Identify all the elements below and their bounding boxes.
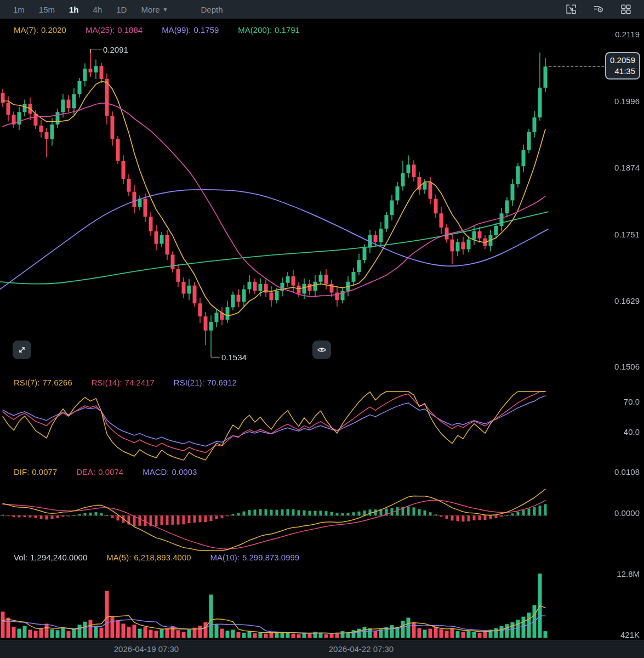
- vol-ma10-indicator: MA(10):5,299,873.0999: [210, 553, 303, 562]
- timeframe-tab-1m[interactable]: 1m: [13, 5, 25, 14]
- last-price-value: 0.2059: [610, 55, 635, 66]
- depth-tab[interactable]: Depth: [201, 5, 223, 14]
- toolbar-icon-group: [565, 3, 644, 15]
- rsi7-indicator: RSI(7):77.6266: [14, 378, 75, 387]
- vol-ma5-indicator: MA(5):6,218,893.4000: [106, 553, 193, 562]
- chart-toolbar: 1m 15m 1h 4h 1D More ▼ Depth: [0, 0, 644, 19]
- expand-button[interactable]: [13, 341, 31, 359]
- volume-axis-label: 12.8M: [617, 569, 640, 578]
- rsi-axis-label: 40.0: [624, 427, 640, 436]
- volume-axis-label: 421K: [620, 630, 640, 639]
- timeframe-tabs: 1m 15m 1h 4h 1D More ▼ Depth: [0, 5, 223, 14]
- trading-chart-screen: 1m 15m 1h 4h 1D More ▼ Depth: [0, 0, 644, 658]
- macd-indicator-row: DIF:0.0077 DEA:0.0074 MACD:0.0003: [14, 467, 200, 477]
- low-annotation: 0.1534: [221, 353, 247, 362]
- volume-indicator-row: Vol:1,294,240.0000 MA(5):6,218,893.4000 …: [14, 553, 302, 562]
- macd-indicator: MACD:0.0003: [143, 467, 200, 477]
- chevron-down-icon: ▼: [163, 7, 168, 13]
- timeframe-tab-1h[interactable]: 1h: [69, 5, 79, 14]
- indicator-settings-icon[interactable]: [592, 3, 605, 15]
- rsi21-indicator: RSI(21):70.6912: [174, 378, 240, 387]
- ma-indicator-row: MA(7):0.2020 MA(25):0.1884 MA(99):0.1759…: [14, 25, 303, 35]
- visibility-button[interactable]: [312, 341, 331, 359]
- last-price-badge: 0.2059 41:35: [605, 52, 640, 80]
- ma99-indicator: MA(99):0.1759: [162, 25, 221, 35]
- rsi14-indicator: RSI(14):74.2417: [92, 378, 157, 387]
- price-axis-label: 0.1874: [614, 163, 640, 172]
- timeframe-tab-4h[interactable]: 4h: [93, 5, 102, 14]
- high-annotation: 0.2091: [103, 44, 128, 54]
- more-label: More: [141, 5, 159, 14]
- price-axis-label: 0.1751: [614, 230, 640, 239]
- time-axis: 2026-04-19 07:30 2026-04-22 07:30: [0, 640, 644, 658]
- layout-grid-icon[interactable]: [620, 3, 632, 15]
- macd-axis-label: 0.0108: [614, 467, 640, 477]
- diagonal-arrows-icon: [17, 345, 27, 355]
- more-dropdown[interactable]: More ▼: [141, 5, 168, 14]
- rsi-indicator-row: RSI(7):77.6266 RSI(14):74.2417 RSI(21):7…: [14, 378, 240, 387]
- eye-icon: [317, 345, 327, 355]
- price-axis-label: 0.1629: [614, 296, 640, 305]
- ma7-indicator: MA(7):0.2020: [14, 25, 69, 35]
- rsi-axis-label: 70.0: [624, 397, 640, 406]
- price-axis-label: 0.1506: [614, 362, 640, 371]
- ma25-indicator: MA(25):0.1884: [86, 25, 145, 35]
- price-axis-label: 0.2119: [615, 30, 640, 39]
- ma200-indicator: MA(200):0.1791: [238, 25, 303, 35]
- timeframe-tab-15m[interactable]: 15m: [39, 5, 55, 14]
- macd-axis-label: 0.0000: [614, 508, 640, 518]
- time-axis-label-right: 2026-04-22 07:30: [329, 644, 394, 654]
- price-axis-label: 0.1996: [614, 97, 640, 106]
- vol-indicator: Vol:1,294,240.0000: [14, 553, 90, 562]
- time-axis-label-left: 2026-04-19 07:30: [114, 644, 179, 654]
- resize-chart-icon[interactable]: [565, 3, 577, 15]
- dif-indicator: DIF:0.0077: [14, 467, 60, 477]
- dea-indicator: DEA:0.0074: [76, 467, 126, 477]
- countdown-timer: 41:35: [610, 66, 635, 77]
- timeframe-tab-1d[interactable]: 1D: [116, 5, 127, 14]
